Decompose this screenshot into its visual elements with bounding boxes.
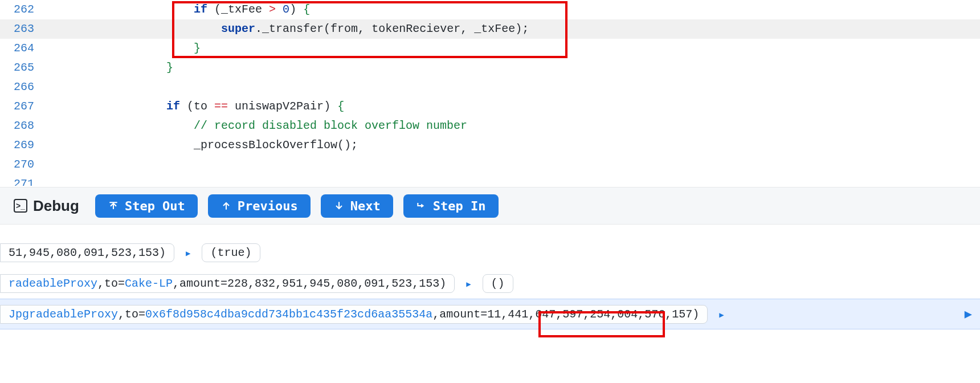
call-trace: 51,945,080,091,523,153) (true) radeableP…: [0, 225, 980, 329]
code-line[interactable]: 268 // record disabled block overflow nu…: [0, 116, 980, 136]
debug-title: >_ Debug: [14, 197, 79, 215]
line-number: 269: [0, 136, 44, 155]
expand-icon[interactable]: [463, 277, 474, 290]
code-content: }: [57, 58, 173, 78]
code-line[interactable]: 266: [0, 78, 980, 97]
step-out-button[interactable]: Step Out: [95, 194, 198, 218]
step-out-label: Step Out: [125, 199, 185, 213]
trace-chip-return: (true): [202, 243, 260, 262]
line-number: 268: [0, 116, 44, 136]
code-content: _processBlockOverflow();: [57, 136, 358, 155]
step-in-button[interactable]: Step In: [403, 194, 499, 218]
line-number: 267: [0, 97, 44, 116]
trace-chip-return: (): [483, 274, 513, 293]
expand-icon[interactable]: [182, 246, 194, 259]
expand-icon[interactable]: [716, 308, 727, 321]
debug-toolbar: >_ Debug Step Out Previous Next Step In: [0, 187, 980, 225]
previous-button[interactable]: Previous: [208, 194, 311, 218]
previous-label: Previous: [238, 199, 298, 213]
next-button[interactable]: Next: [321, 194, 393, 218]
code-line-cutoff: 271 uint256 lpb = balanceOf(uniswapV2Pai…: [0, 174, 980, 186]
trace-chip-args: radeableProxy, to=Cake-LP, amount=228,83…: [0, 274, 455, 293]
code-line[interactable]: 269 _processBlockOverflow();: [0, 136, 980, 155]
debug-title-text: Debug: [33, 197, 79, 215]
next-label: Next: [350, 199, 381, 213]
line-number: 264: [0, 39, 44, 58]
code-line[interactable]: 267 if (to == uniswapV2Pair) {: [0, 97, 980, 116]
line-number: 270: [0, 155, 44, 174]
trace-row[interactable]: radeableProxy, to=Cake-LP, amount=228,83…: [0, 268, 980, 299]
code-content: }: [57, 39, 201, 58]
trace-chip-args: JpgradeableProxy, to=0x6f8d958c4dba9cdd7…: [0, 305, 708, 324]
code-editor[interactable]: 262 if (_txFee > 0) {263 super._transfer…: [0, 0, 980, 187]
line-number: 265: [0, 58, 44, 78]
arrow-down-icon: [333, 200, 345, 211]
code-content: if (_txFee > 0) {: [57, 0, 310, 19]
line-number: 266: [0, 78, 44, 97]
step-in-icon: [416, 200, 427, 211]
trace-row[interactable]: 51,945,080,091,523,153) (true): [0, 237, 980, 268]
trace-row-active[interactable]: JpgradeableProxy, to=0x6f8d958c4dba9cdd7…: [0, 299, 980, 329]
code-line[interactable]: 262 if (_txFee > 0) {: [0, 0, 980, 19]
code-line[interactable]: 265 }: [0, 58, 980, 78]
code-content: // record disabled block overflow number: [57, 116, 467, 136]
code-line[interactable]: 264 }: [0, 39, 980, 58]
arrow-up-icon: [220, 200, 232, 211]
code-content: if (to == uniswapV2Pair) {: [57, 97, 344, 116]
terminal-icon: >_: [14, 199, 27, 213]
line-number: 262: [0, 0, 44, 19]
line-number: 271: [0, 174, 44, 186]
code-line[interactable]: 270: [0, 155, 980, 174]
scroll-right-icon[interactable]: ▶: [965, 307, 972, 322]
code-line[interactable]: 263 super._transfer(from, tokenReciever,…: [0, 19, 980, 39]
line-number: 263: [0, 19, 44, 39]
trace-chip-args: 51,945,080,091,523,153): [0, 243, 174, 262]
step-in-label: Step In: [433, 199, 486, 213]
step-out-icon: [108, 200, 119, 211]
code-content: super._transfer(from, tokenReciever, _tx…: [57, 19, 529, 39]
